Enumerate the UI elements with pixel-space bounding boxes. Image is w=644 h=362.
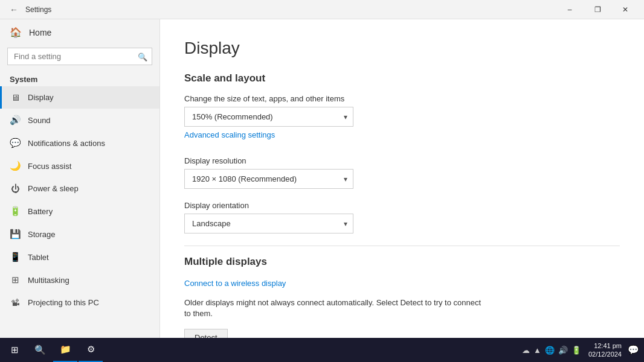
orientation-dropdown[interactable]: Landscape Portrait Landscape (flipped) P… [184, 214, 353, 233]
taskbar-system-icons: ☁ ▲ 🌐 🔊 🔋 [522, 346, 581, 355]
taskbar-clock[interactable]: 12:41 pm 02/12/2024 [588, 341, 622, 359]
resolution-dropdown-wrapper: 1920 × 1080 (Recommended) 1600 × 900 128… [184, 169, 353, 189]
sidebar-item-battery[interactable]: 🔋 Battery [0, 200, 159, 223]
taskbar-time-value: 12:41 pm [594, 341, 622, 350]
scale-dropdown-wrapper: 100% 125% 150% (Recommended) 175% 200% ▾ [184, 107, 353, 127]
sidebar-item-power[interactable]: ⏻ Power & sleep [0, 177, 159, 200]
title-bar-title: Settings [25, 5, 51, 14]
search-input[interactable] [7, 48, 152, 65]
page-title: Display [184, 39, 620, 58]
advanced-scaling-link[interactable]: Advanced scaling settings [184, 130, 275, 139]
taskbar-network-icon: 🌐 [545, 346, 555, 355]
orientation-dropdown-wrapper: Landscape Portrait Landscape (flipped) P… [184, 214, 353, 233]
sidebar-item-projecting-label: Projecting to this PC [28, 298, 99, 307]
sidebar-item-tablet[interactable]: 📱 Tablet [0, 246, 159, 268]
sidebar-home[interactable]: 🏠 Home [0, 19, 159, 45]
tablet-icon: 📱 [10, 252, 21, 262]
display-icon: 🖥 [10, 92, 21, 103]
scale-setting-group: Change the size of text, apps, and other… [184, 94, 620, 144]
battery-icon: 🔋 [10, 206, 21, 217]
start-button[interactable]: ⊞ [2, 338, 27, 362]
power-icon: ⏻ [10, 183, 21, 194]
scale-section-title: Scale and layout [184, 72, 620, 84]
sound-icon: 🔊 [10, 115, 21, 125]
sidebar-item-tablet-label: Tablet [28, 253, 49, 262]
sidebar-search-wrapper: 🔍 [7, 48, 152, 65]
projecting-icon: 📽 [10, 297, 21, 308]
scale-label: Change the size of text, apps, and other… [184, 94, 620, 103]
detect-button[interactable]: Detect [184, 329, 228, 338]
sidebar-item-focus[interactable]: 🌙 Focus assist [0, 154, 159, 177]
sidebar-item-notifications[interactable]: 💬 Notifications & actions [0, 132, 159, 154]
restore-button[interactable]: ❐ [584, 0, 611, 19]
title-bar-controls: – ❐ ✕ [556, 0, 639, 19]
storage-icon: 💾 [10, 229, 21, 240]
title-bar-left: ← Settings [7, 2, 51, 17]
taskbar-weather-icon: ☁ [522, 346, 530, 355]
sidebar-item-notifications-label: Notifications & actions [28, 139, 105, 148]
sidebar-item-sound[interactable]: 🔊 Sound [0, 109, 159, 132]
back-button[interactable]: ← [7, 2, 21, 17]
main-content: Display Scale and layout Change the size… [160, 19, 644, 338]
sidebar-item-display[interactable]: 🖥 Display [0, 86, 159, 109]
home-label: Home [29, 28, 51, 37]
scale-dropdown[interactable]: 100% 125% 150% (Recommended) 175% 200% [184, 107, 353, 127]
taskbar-left: ⊞ 🔍 📁 ⚙ [2, 338, 103, 362]
sidebar-item-sound-label: Sound [28, 116, 51, 125]
taskbar-search-button[interactable]: 🔍 [28, 338, 52, 362]
taskbar-date-value: 02/12/2024 [588, 350, 622, 358]
taskbar-notification-button[interactable]: 💬 [628, 345, 639, 355]
sidebar-item-storage[interactable]: 💾 Storage [0, 223, 159, 246]
sidebar: 🏠 Home 🔍 System 🖥 Display 🔊 Sound 💬 Noti… [0, 19, 160, 338]
resolution-label: Display resolution [184, 156, 620, 165]
taskbar-speaker-icon: 🔊 [558, 346, 568, 355]
taskbar-right: ☁ ▲ 🌐 🔊 🔋 12:41 pm 02/12/2024 💬 [522, 341, 642, 359]
close-button[interactable]: ✕ [611, 0, 639, 19]
sidebar-item-power-label: Power & sleep [28, 184, 79, 193]
connect-wireless-link[interactable]: Connect to a wireless display [184, 279, 286, 288]
title-bar: ← Settings – ❐ ✕ [0, 0, 644, 19]
taskbar-settings-button[interactable]: ⚙ [79, 338, 103, 362]
focus-icon: 🌙 [10, 160, 21, 171]
taskbar-file-explorer-button[interactable]: 📁 [53, 338, 77, 362]
taskbar-arrow-icon[interactable]: ▲ [533, 346, 541, 355]
multiple-displays-title: Multiple displays [184, 256, 620, 268]
orientation-setting-group: Display orientation Landscape Portrait L… [184, 201, 620, 233]
sidebar-item-battery-label: Battery [28, 207, 53, 216]
resolution-setting-group: Display resolution 1920 × 1080 (Recommen… [184, 156, 620, 189]
search-icon: 🔍 [138, 52, 147, 61]
sidebar-item-multitasking[interactable]: ⊞ Multitasking [0, 268, 159, 291]
sidebar-item-focus-label: Focus assist [28, 162, 71, 171]
multiple-displays-info: Older displays might not always connect … [184, 297, 486, 319]
sidebar-section-label: System [0, 70, 159, 86]
notifications-icon: 💬 [10, 138, 21, 148]
home-icon: 🏠 [10, 27, 22, 38]
taskbar-battery-icon: 🔋 [572, 346, 581, 355]
app-body: 🏠 Home 🔍 System 🖥 Display 🔊 Sound 💬 Noti… [0, 19, 644, 338]
taskbar: ⊞ 🔍 📁 ⚙ ☁ ▲ 🌐 🔊 🔋 12:41 pm 02/12/2024 💬 [0, 338, 644, 362]
sidebar-item-projecting[interactable]: 📽 Projecting to this PC [0, 291, 159, 314]
section-divider [184, 246, 620, 246]
multitasking-icon: ⊞ [10, 275, 21, 285]
sidebar-item-storage-label: Storage [28, 230, 56, 239]
orientation-label: Display orientation [184, 201, 620, 210]
sidebar-item-multitasking-label: Multitasking [28, 276, 69, 285]
minimize-button[interactable]: – [556, 0, 584, 19]
sidebar-item-display-label: Display [28, 93, 54, 102]
resolution-dropdown[interactable]: 1920 × 1080 (Recommended) 1600 × 900 128… [184, 169, 353, 189]
